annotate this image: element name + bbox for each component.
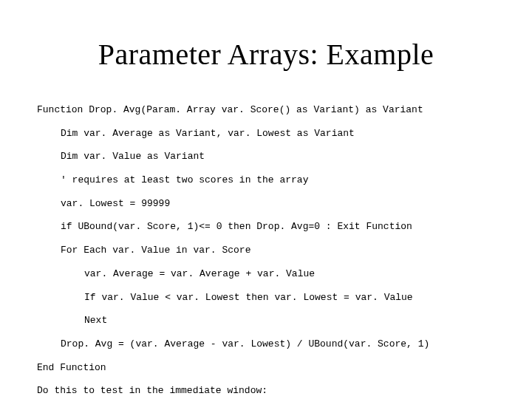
slide: Parameter Arrays: Example Function Drop.…: [0, 0, 532, 399]
code-line: var. Lowest = 99999: [37, 198, 495, 210]
code-line: Dim var. Value as Variant: [37, 151, 495, 163]
code-line: Do this to test in the immediate window:: [37, 385, 495, 397]
code-line: Drop. Avg = (var. Average - var. Lowest)…: [37, 338, 495, 350]
code-line: ' requires at least two scores in the ar…: [37, 174, 495, 186]
code-line: Function Drop. Avg(Param. Array var. Sco…: [37, 104, 495, 116]
code-line: var. Average = var. Average + var. Value: [37, 268, 495, 280]
code-line: For Each var. Value in var. Score: [37, 245, 495, 256]
code-block: Function Drop. Avg(Param. Array var. Sco…: [37, 92, 495, 399]
slide-title: Parameter Arrays: Example: [37, 37, 495, 72]
code-line: Dim var. Average as Variant, var. Lowest…: [37, 128, 495, 140]
code-line: If var. Value < var. Lowest then var. Lo…: [37, 292, 495, 304]
code-line: Next: [37, 315, 495, 327]
code-line: End Function: [37, 362, 495, 374]
code-line: if UBound(var. Score, 1)<= 0 then Drop. …: [37, 221, 495, 233]
